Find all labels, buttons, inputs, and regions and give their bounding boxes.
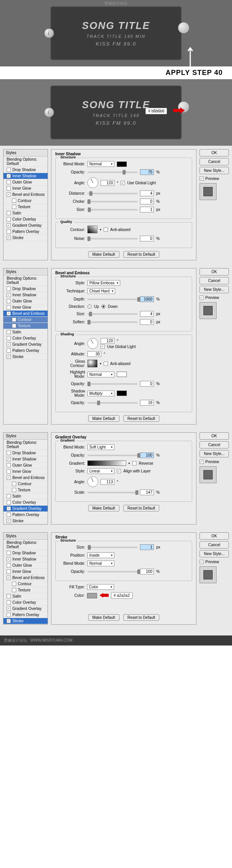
global-light-check[interactable] bbox=[121, 181, 125, 185]
depth-input[interactable]: 1000 bbox=[140, 296, 154, 302]
preview-check[interactable] bbox=[200, 560, 204, 564]
reverse-check[interactable] bbox=[132, 461, 136, 465]
make-default-button[interactable]: Make Default bbox=[88, 251, 119, 258]
highlight-mode-select[interactable]: Normal bbox=[87, 372, 114, 377]
angle-input[interactable]: 113 bbox=[101, 479, 114, 485]
angle-input[interactable]: 120 bbox=[101, 338, 114, 344]
inner-glow-item[interactable]: Inner Glow bbox=[3, 569, 48, 575]
ok-button[interactable]: OK bbox=[200, 532, 229, 540]
choke-slider[interactable] bbox=[87, 201, 138, 202]
pattern-overlay-item[interactable]: Pattern Overlay bbox=[3, 229, 48, 235]
texture-item[interactable]: Texture bbox=[3, 323, 48, 329]
shadow-color-swatch[interactable] bbox=[117, 391, 127, 396]
scale-input[interactable]: 147 bbox=[140, 489, 154, 495]
size-input[interactable]: 4 bbox=[140, 311, 154, 317]
hl-opacity-slider[interactable] bbox=[87, 383, 138, 385]
opacity-slider[interactable] bbox=[87, 455, 138, 456]
cancel-button[interactable]: Cancel bbox=[200, 541, 229, 549]
inner-glow-item[interactable]: Inner Glow bbox=[3, 469, 48, 475]
new-style-button[interactable]: New Style... bbox=[200, 550, 229, 557]
stroke-item[interactable]: Stroke bbox=[3, 518, 48, 524]
angle-dial[interactable] bbox=[87, 476, 98, 487]
altitude-input[interactable]: 30 bbox=[87, 351, 101, 357]
satin-item[interactable]: Satin bbox=[3, 210, 48, 216]
contour-item[interactable]: Contour bbox=[3, 317, 48, 323]
size-input[interactable]: 1 bbox=[140, 207, 154, 212]
stroke-color-swatch[interactable] bbox=[87, 593, 97, 598]
blending-options[interactable]: Blending Options: Default bbox=[3, 156, 48, 167]
contour-picker[interactable] bbox=[87, 226, 97, 233]
outer-glow-item[interactable]: Outer Glow bbox=[3, 462, 48, 469]
stroke-item[interactable]: Stroke bbox=[3, 354, 48, 360]
sh-opacity-input[interactable]: 19 bbox=[140, 400, 154, 406]
pattern-overlay-item[interactable]: Pattern Overlay bbox=[3, 612, 48, 618]
blending-options[interactable]: Blending Options: Default bbox=[3, 275, 48, 286]
choke-input[interactable]: 0 bbox=[140, 199, 154, 204]
reset-default-button[interactable]: Reset to Default bbox=[123, 614, 160, 621]
ok-button[interactable]: OK bbox=[200, 149, 229, 156]
opacity-input[interactable]: 100 bbox=[140, 452, 154, 458]
sh-opacity-slider[interactable] bbox=[87, 402, 138, 404]
technique-select[interactable]: Chisel Hard bbox=[87, 288, 115, 294]
shadow-mode-select[interactable]: Multiply bbox=[87, 391, 114, 396]
up-radio[interactable] bbox=[87, 304, 92, 309]
drop-shadow-item[interactable]: Drop Shadow bbox=[3, 286, 48, 292]
pattern-overlay-item[interactable]: Pattern Overlay bbox=[3, 348, 48, 354]
outer-glow-item[interactable]: Outer Glow bbox=[3, 179, 48, 185]
outer-glow-item[interactable]: Outer Glow bbox=[3, 298, 48, 304]
shadow-color-swatch[interactable] bbox=[117, 161, 127, 167]
inner-shadow-item[interactable]: Inner Shadow bbox=[3, 292, 48, 298]
blend-mode-select[interactable]: Normal bbox=[87, 161, 114, 167]
soften-slider[interactable] bbox=[87, 321, 138, 323]
scale-slider[interactable] bbox=[87, 492, 138, 493]
satin-item[interactable]: Satin bbox=[3, 329, 48, 335]
stroke-item[interactable]: Stroke bbox=[3, 235, 48, 241]
opacity-slider[interactable] bbox=[87, 172, 138, 173]
gradient-overlay-item[interactable]: Gradient Overlay bbox=[3, 341, 48, 348]
drop-shadow-item[interactable]: Drop Shadow bbox=[3, 167, 48, 173]
color-overlay-item[interactable]: Color Overlay bbox=[3, 216, 48, 223]
highlight-color-swatch[interactable] bbox=[117, 372, 127, 377]
contour-item[interactable]: Contour bbox=[3, 581, 48, 587]
gloss-contour-picker[interactable] bbox=[87, 360, 97, 367]
aa-check[interactable] bbox=[104, 228, 108, 232]
satin-item[interactable]: Satin bbox=[3, 593, 48, 600]
angle-dial[interactable] bbox=[87, 338, 98, 349]
new-style-button[interactable]: New Style... bbox=[200, 167, 229, 174]
color-overlay-item[interactable]: Color Overlay bbox=[3, 335, 48, 341]
drop-shadow-item[interactable]: Drop Shadow bbox=[3, 450, 48, 456]
hl-opacity-input[interactable]: 0 bbox=[140, 381, 154, 387]
drop-shadow-item[interactable]: Drop Shadow bbox=[3, 550, 48, 556]
aa-check[interactable] bbox=[104, 362, 108, 366]
stroke-item[interactable]: Stroke bbox=[3, 618, 48, 624]
style-select[interactable]: Pillow Emboss bbox=[87, 280, 120, 286]
inner-shadow-item[interactable]: Inner Shadow bbox=[3, 456, 48, 462]
blending-options[interactable]: Blending Options: Default bbox=[3, 540, 48, 550]
texture-item[interactable]: Texture bbox=[3, 587, 48, 593]
texture-item[interactable]: Texture bbox=[3, 204, 48, 210]
gradient-overlay-item[interactable]: Gradient Overlay bbox=[3, 606, 48, 612]
ok-button[interactable]: OK bbox=[200, 432, 229, 440]
depth-slider[interactable] bbox=[87, 299, 138, 300]
new-style-button[interactable]: New Style... bbox=[200, 450, 229, 457]
position-select[interactable]: Inside bbox=[87, 552, 114, 558]
opacity-slider[interactable] bbox=[87, 571, 138, 572]
fill-type-select[interactable]: Color bbox=[87, 584, 114, 590]
noise-input[interactable]: 0 bbox=[140, 236, 154, 241]
size-slider[interactable] bbox=[87, 547, 138, 548]
gradient-overlay-item[interactable]: Gradient Overlay bbox=[3, 223, 48, 229]
distance-input[interactable]: 4 bbox=[140, 190, 154, 196]
gradient-overlay-item[interactable]: Gradient Overlay bbox=[3, 506, 48, 512]
color-overlay-item[interactable]: Color Overlay bbox=[3, 600, 48, 606]
preview-check[interactable] bbox=[200, 177, 204, 181]
bevel-emboss-item[interactable]: Bevel and Emboss bbox=[3, 475, 48, 481]
make-default-button[interactable]: Make Default bbox=[88, 415, 119, 422]
blending-options[interactable]: Blending Options: Default bbox=[3, 440, 48, 450]
inner-glow-item[interactable]: Inner Glow bbox=[3, 185, 48, 192]
global-light-check[interactable] bbox=[101, 345, 105, 349]
soften-input[interactable]: 0 bbox=[140, 319, 154, 325]
blend-mode-select[interactable]: Normal bbox=[87, 561, 114, 566]
bevel-emboss-item[interactable]: Bevel and Emboss bbox=[3, 575, 48, 581]
preview-check[interactable] bbox=[200, 296, 204, 300]
cancel-button[interactable]: Cancel bbox=[200, 277, 229, 284]
